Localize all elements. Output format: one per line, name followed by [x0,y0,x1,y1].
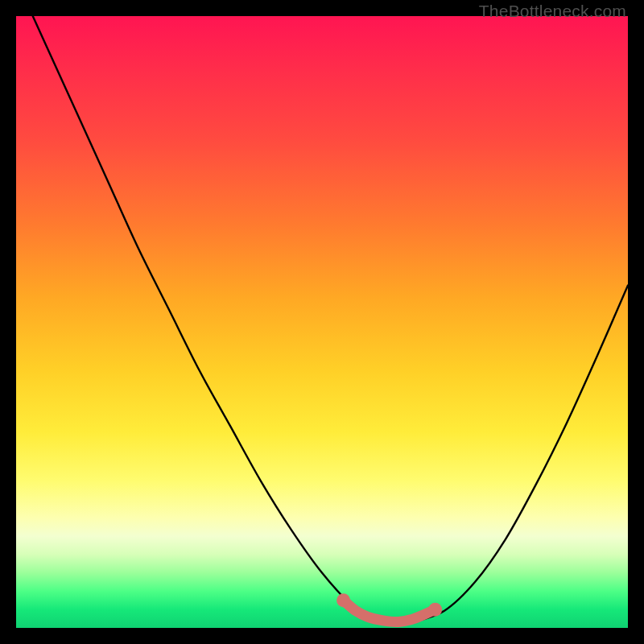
plot-area [16,16,628,628]
overlay-dot [428,603,442,617]
overlay-dot [336,593,350,607]
watermark-text: TheBottleneck.com [479,2,626,21]
chart-stage: TheBottleneck.com [0,0,644,644]
bottleneck-curve [16,0,628,624]
overlay-dots-stroke [344,601,436,622]
chart-svg [16,16,628,628]
